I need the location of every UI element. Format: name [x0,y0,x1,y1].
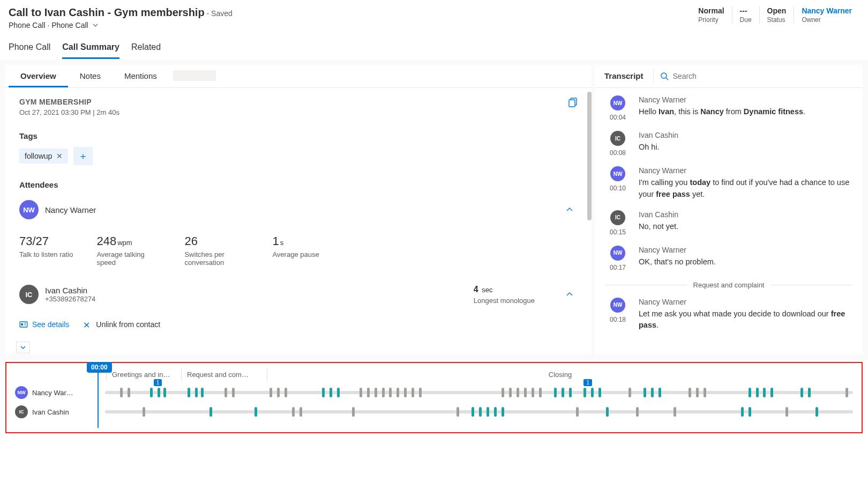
timeline-tick [628,388,631,397]
utterance: No, not yet. [639,221,852,233]
transcript-row[interactable]: NW 00:17 Nancy Warner OK, that's no prob… [605,246,852,271]
subtab-notes[interactable]: Notes [68,65,113,87]
timeline-tick [763,388,766,397]
transcript-row[interactable]: NW 00:18 Nancy Warner Let me ask you wha… [605,298,852,332]
transcript-row[interactable]: IC 00:08 Ivan Cashin Oh hi. [605,131,852,157]
timestamp: 00:04 [610,114,626,121]
collapse-toggle[interactable] [16,342,30,353]
attendee-ivan[interactable]: IC Ivan Cashin +353892678274 4 sec Longe… [19,282,578,307]
svg-rect-1 [569,100,575,107]
timeline-tick [300,407,302,417]
transcript-row[interactable]: NW 00:04 Nancy Warner Hello Ivan, this i… [605,95,852,121]
avatar: NW [610,298,625,313]
timeline-tick [494,407,497,417]
sentiment-marker[interactable]: 1 [583,379,592,386]
attendees-label: Attendees [19,180,578,189]
timeline-tick [562,388,564,397]
record-title: Call to Ivan Cashin - Gym membership [9,6,205,18]
timeline-tick [188,388,190,397]
main-tabs: Phone Call Call Summary Related [0,38,868,60]
utterance: Let me ask you what made you decide to d… [639,308,852,332]
transcript-pane: Transcript NW 00:04 Nancy Warner Hello I… [595,65,863,354]
see-details-link[interactable]: See details [19,320,69,329]
timeline-tick [330,388,332,397]
topic-title: GYM MEMBERSHIP [19,98,578,106]
timestamp: 00:15 [610,228,626,236]
chevron-up-icon[interactable] [566,291,573,298]
tab-call-summary[interactable]: Call Summary [62,38,119,59]
metric-talk-ratio: 73/27 Talk to listen ratio [19,234,73,267]
transcript-list: NW 00:04 Nancy Warner Hello Ivan, this i… [595,88,863,349]
breadcrumb[interactable]: Phone Call · Phone Call [9,21,233,29]
search-icon [660,72,669,80]
timeline-tick [583,388,586,397]
playback-timeline: 00:00 Greetings and in… Request and com…… [5,362,863,433]
utterance: Oh hi. [639,142,852,153]
chevron-down-icon [20,344,26,351]
subtab-overview[interactable]: Overview [9,65,68,87]
playhead-line[interactable] [98,373,99,428]
timeline-tick [337,388,340,397]
unlink-contact-link[interactable]: ✕ Unlink from contact [83,320,160,329]
timeline-tick [756,388,759,397]
timeline-tick [659,388,661,397]
plus-icon: ＋ [78,150,88,162]
transcript-tab[interactable]: Transcript [595,65,653,87]
speaker-name: Nancy Warner [639,246,852,254]
timeline-tick [382,388,385,397]
timestamp: 00:17 [610,264,626,271]
search-input[interactable] [673,72,856,80]
timeline-tick [396,388,399,397]
timeline-tick [517,388,519,397]
metric-monologue: 4 sec Longest monologue [474,285,535,305]
avatar: NW [610,246,625,261]
avatar: IC [610,131,625,146]
tab-related[interactable]: Related [131,38,161,59]
timeline-tick [404,388,407,397]
page-header: Call to Ivan Cashin - Gym membership - S… [0,0,868,34]
status-field[interactable]: Open Status [759,6,794,24]
timeline-tick [360,388,362,397]
timeline-tick [128,388,130,397]
transcript-row[interactable]: NW 00:10 Nancy Warner I'm calling you to… [605,166,852,201]
priority-field[interactable]: Normal Priority [691,6,731,24]
tab-phone-call[interactable]: Phone Call [9,38,50,59]
timeline-tick [472,407,474,417]
segment-closing[interactable]: Closing [267,368,853,381]
search-box[interactable] [653,69,863,84]
timeline-track[interactable]: 1 1 [105,391,853,394]
due-field[interactable]: --- Due [732,6,759,24]
timeline-tick [457,407,459,417]
timeline-tick [225,388,227,397]
transcript-divider: Request and complaint [605,281,852,289]
timeline-tick [741,407,744,417]
svg-point-6 [661,73,667,78]
owner-field[interactable]: Nancy Warner Owner [794,6,859,24]
attendee-nancy[interactable]: NW Nancy Warner [19,197,578,223]
timeline-tick [255,407,257,417]
sentiment-marker[interactable]: 1 [154,379,162,386]
chevron-up-icon[interactable] [566,206,573,213]
segment-greetings[interactable]: Greetings and in… [106,368,181,381]
timeline-tick [502,388,504,397]
header-properties: Normal Priority --- Due Open Status Nanc… [691,6,859,24]
segment-request[interactable]: Request and com… [181,368,267,381]
utterance: OK, that's no problem. [639,256,852,268]
timeline-tick [389,388,392,397]
copy-icon[interactable] [568,98,578,107]
timeline-track[interactable] [105,410,853,413]
playhead-time[interactable]: 00:00 [87,362,112,373]
timestamp: 00:18 [610,316,626,323]
metric-wpm: 248wpm Average talking speed [96,234,161,267]
add-tag-button[interactable]: ＋ [73,147,93,165]
metric-pause: 1s Average pause [272,234,319,267]
remove-tag-icon[interactable]: ✕ [56,152,63,160]
avatar: NW [610,95,625,110]
timeline-tick [270,388,272,397]
timeline-tick [845,388,848,397]
transcript-row[interactable]: IC 00:15 Ivan Cashin No, not yet. [605,210,852,236]
timeline-tick [158,388,160,397]
timeline-tick [598,388,601,397]
tag-followup[interactable]: followup ✕ [19,149,68,164]
subtab-mentions[interactable]: Mentions [113,65,169,87]
